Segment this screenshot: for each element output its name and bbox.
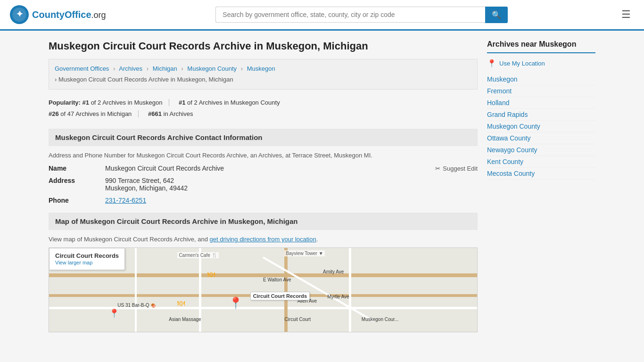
sidebar-link-grand-rapids[interactable]: Grand Rapids xyxy=(487,109,595,121)
map-container[interactable]: Carmen's Cafe 🍴 Bayview Tower ▼ E Walton… xyxy=(49,247,478,332)
name-value: Muskegon Circuit Court Records Archive xyxy=(105,165,224,172)
sidebar-link-mecosta-county[interactable]: Mecosta County xyxy=(487,168,595,180)
phone-label: Phone xyxy=(49,197,105,204)
map-pin: 📍 xyxy=(229,296,243,310)
map-text-myrtle: Myrtle Ave xyxy=(327,294,349,299)
address-line1: 990 Terrace Street, 642 xyxy=(105,177,174,184)
map-section-header: Map of Muskegon Circuit Court Records Ar… xyxy=(49,213,478,230)
breadcrumb-michigan[interactable]: Michigan xyxy=(153,65,177,72)
hamburger-icon: ☰ xyxy=(621,8,631,20)
contact-description: Address and Phone Number for Muskegon Ci… xyxy=(49,152,478,159)
breadcrumb-archives[interactable]: Archives xyxy=(119,65,142,72)
map-placeholder: Carmen's Cafe 🍴 Bayview Tower ▼ E Walton… xyxy=(49,248,477,332)
popularity-section: Popularity: #1 of 2 Archives in Muskegon… xyxy=(49,97,478,120)
use-my-location-link[interactable]: 📍 Use My Location xyxy=(487,59,595,68)
breadcrumb-current: Muskegon Circuit Court Records Archive i… xyxy=(58,76,233,83)
breadcrumb-government-offices[interactable]: Government Offices xyxy=(55,65,109,72)
menu-button[interactable]: ☰ xyxy=(618,7,635,23)
page-title: Muskegon Circuit Court Records Archive i… xyxy=(49,40,478,52)
logo-text: CountyOffice.org xyxy=(32,9,106,20)
sidebar-link-kent-county[interactable]: Kent County xyxy=(487,156,595,168)
map-text-carmen: Carmen's Cafe 🍴 xyxy=(177,252,218,258)
map-icon-food1: 🍽 xyxy=(207,271,215,279)
rank2-text: of 2 Archives in Muskegon County xyxy=(187,99,280,106)
breadcrumb-sep-3: › xyxy=(181,65,183,72)
map-text-asian: Asian Massage xyxy=(169,317,201,322)
breadcrumb-muskegon-county[interactable]: Muskegon County xyxy=(187,65,237,72)
svg-text:✦: ✦ xyxy=(16,9,23,19)
map-text-us31: US 31 Bar-B-Q 🍖 xyxy=(117,303,156,308)
map-info-box: Circuit Court Records View larger map xyxy=(49,248,125,270)
suggest-edit-link[interactable]: ✂ Suggest Edit xyxy=(435,165,478,172)
map-icon-food2: 🍽 xyxy=(177,299,185,308)
rank1-badge: #1 xyxy=(83,97,89,109)
address-value: 990 Terrace Street, 642 Muskegon, Michig… xyxy=(105,177,188,192)
main-container: Muskegon Circuit Court Records Archive i… xyxy=(39,31,605,342)
logo[interactable]: ✦ CountyOffice.org xyxy=(9,5,106,25)
breadcrumb-muskegon[interactable]: Muskegon xyxy=(247,65,275,72)
map-text-bayview: Bayview Tower ▼ xyxy=(284,250,324,256)
use-my-location-text: Use My Location xyxy=(499,60,545,67)
view-larger-map-link[interactable]: View larger map xyxy=(55,260,92,265)
map-text-circuit-court: Circuit Court xyxy=(284,317,311,322)
map-label-circuit: Circuit Court Records xyxy=(250,292,310,300)
sidebar-link-newaygo-county[interactable]: Newaygo County xyxy=(487,144,595,156)
road-h1 xyxy=(49,273,477,277)
road-v4 xyxy=(135,248,137,332)
directions-link[interactable]: get driving directions from your locatio… xyxy=(210,236,316,243)
map-description: View map of Muskegon Circuit Court Recor… xyxy=(49,236,478,243)
road-diag xyxy=(263,256,375,322)
sidebar-title: Archives near Muskegon xyxy=(487,40,595,53)
sidebar-link-holland[interactable]: Holland xyxy=(487,97,595,109)
rank1-text: of 2 Archives in Muskegon xyxy=(91,99,163,106)
edit-icon: ✂ xyxy=(435,165,440,172)
site-header: ✦ CountyOffice.org 🔍 ☰ xyxy=(0,0,644,31)
search-button[interactable]: 🔍 xyxy=(485,7,508,23)
rank2-badge: #1 xyxy=(179,97,185,109)
map-text-walton: E Walton Ave xyxy=(263,277,291,282)
search-input[interactable] xyxy=(215,7,485,23)
breadcrumb-sep-4: › xyxy=(241,65,243,72)
map-info-title: Circuit Court Records xyxy=(55,252,119,259)
phone-value: 231-724-6251 xyxy=(105,197,146,204)
rank4-text: in Archives xyxy=(164,110,193,117)
sidebar: Archives near Muskegon 📍 Use My Location… xyxy=(487,40,595,332)
phone-link[interactable]: 231-724-6251 xyxy=(105,197,146,204)
pipe-sep-2 xyxy=(138,110,143,117)
sidebar-link-fremont[interactable]: Fremont xyxy=(487,85,595,97)
breadcrumb-sep-arrow: › xyxy=(55,76,57,83)
address-line2: Muskegon, Michigan, 49442 xyxy=(105,184,188,192)
breadcrumb-sep-2: › xyxy=(147,65,149,72)
search-icon: 🔍 xyxy=(492,11,501,19)
sidebar-link-muskegon[interactable]: Muskegon xyxy=(487,74,595,85)
contact-section: Address and Phone Number for Muskegon Ci… xyxy=(49,152,478,204)
name-label: Name xyxy=(49,165,105,172)
address-row: Address 990 Terrace Street, 642 Muskegon… xyxy=(49,177,478,192)
map-text-amity: Amity Ave xyxy=(323,269,344,274)
sidebar-link-muskegon-county[interactable]: Muskegon County xyxy=(487,121,595,132)
rank3-badge: #26 xyxy=(49,108,59,120)
rank3-text: of 47 Archives in Michigan xyxy=(60,110,132,117)
popularity-label: Popularity: xyxy=(49,99,81,106)
contact-section-header: Muskegon Circuit Court Records Archive C… xyxy=(49,129,478,146)
map-text-muskegon-cour: Muskegon Cour... xyxy=(362,317,398,322)
name-row: Name Muskegon Circuit Court Records Arch… xyxy=(49,165,478,172)
road-v3 xyxy=(349,248,351,332)
map-icon-location: 📍 xyxy=(109,308,119,319)
address-label: Address xyxy=(49,177,105,192)
breadcrumb: Government Offices › Archives › Michigan… xyxy=(49,59,478,90)
rank4-badge: #661 xyxy=(148,108,162,120)
pipe-sep-1 xyxy=(169,99,174,106)
phone-row: Phone 231-724-6251 xyxy=(49,197,478,204)
logo-icon: ✦ xyxy=(9,5,29,25)
search-area: 🔍 xyxy=(215,7,508,23)
content-area: Muskegon Circuit Court Records Archive i… xyxy=(49,40,478,332)
sidebar-link-ottawa-county[interactable]: Ottawa County xyxy=(487,132,595,144)
sidebar-links: MuskegonFremontHollandGrand RapidsMuskeg… xyxy=(487,74,595,180)
location-pin-icon: 📍 xyxy=(487,59,496,68)
breadcrumb-sep-1: › xyxy=(113,65,115,72)
